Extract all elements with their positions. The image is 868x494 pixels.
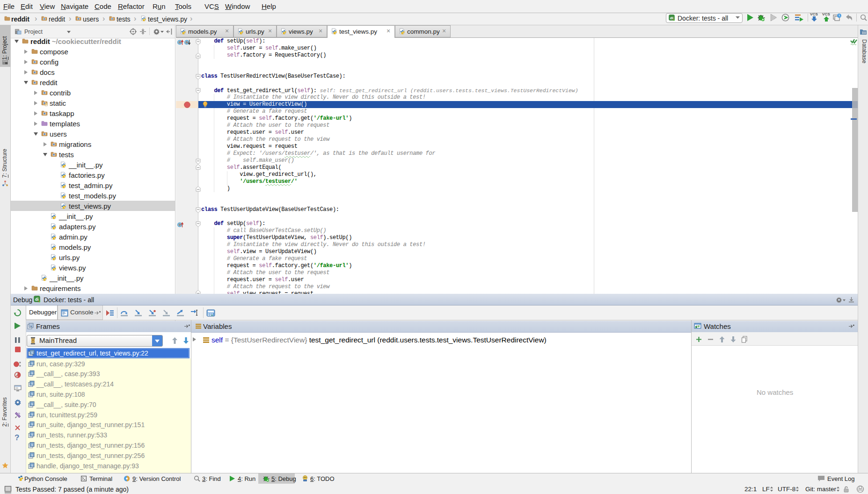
- svg-text:di: di: [35, 297, 39, 302]
- svg-text:s: s: [30, 325, 32, 327]
